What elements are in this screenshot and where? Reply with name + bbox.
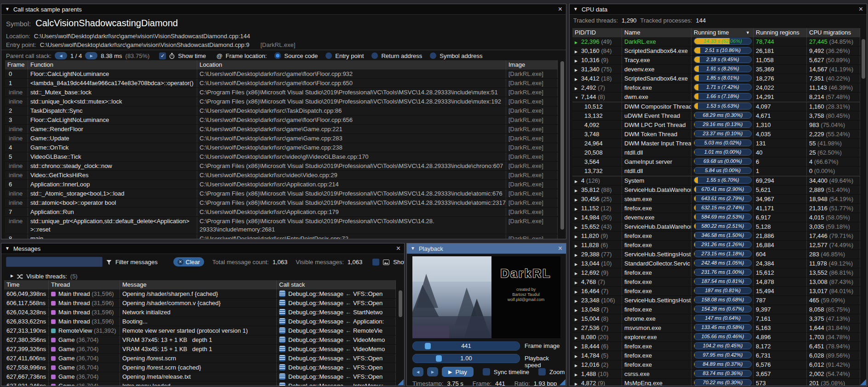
close-icon[interactable]: × (558, 5, 562, 14)
cpu-process-row[interactable]: ▶35,812 (88)ServiceHub.DataWarehou670.41… (572, 185, 860, 195)
cpu-process-row[interactable]: 13,132 uDWM Event Thread68.29 ms (0.30%)… (572, 111, 860, 121)
cpu-process-row[interactable]: ▶10,316 (9)Tracy.exe2.18 s (9.45%)11,058… (572, 56, 860, 65)
expand-icon[interactable]: ▶ (575, 84, 581, 92)
expand-icon[interactable]: ▶ (575, 232, 581, 240)
callstack-list-icon[interactable] (279, 309, 286, 315)
cpu-process-row[interactable]: ▶4 (126)System1.55 s (6.70%)69,29434,400… (572, 176, 860, 185)
callstack-list-icon[interactable] (279, 318, 286, 324)
callstack-row[interactable]: inlinestd::_Mutex_base::lockC:\Program F… (5, 88, 558, 97)
callstack-row[interactable]: 6Application::InnerLoopC:\Users\wolf\Des… (5, 180, 558, 189)
col-thread[interactable]: Thread (49, 280, 120, 289)
callstack-scrollbar[interactable] (560, 61, 564, 230)
collapse-icon[interactable]: ▼ (573, 4, 578, 14)
cpu-process-row[interactable]: ▶30,456 (25)steam.exe643.61 ms (2.79%)34… (572, 195, 860, 204)
cpu-process-row[interactable]: ▶14,984 (50)devenv.exe584.69 ms (2.53%)6… (572, 213, 860, 222)
message-row[interactable]: 627,831,246nsGame (36,704)Intro menu loa… (4, 381, 396, 386)
message-row[interactable]: 606,117,568nsMain thread (31,596)Opening… (4, 299, 396, 308)
cpu-process-row[interactable]: 20,508 ntdll.dll1.01 ms (0.00%)4025 (62.… (572, 148, 860, 157)
callstack-row[interactable]: 8mainC:\Users\wolf\Desktop\darkrl\src\En… (5, 234, 558, 239)
callstack-list-icon[interactable] (279, 346, 286, 352)
col-time[interactable]: Time (4, 280, 49, 289)
callstack-row[interactable]: inlinestd::_Atomic_storage<bool,1>::load… (5, 189, 558, 198)
cpu-process-row[interactable]: 24,964 DWM Master Input Threa5.03 ms (0.… (572, 139, 860, 148)
expand-icon[interactable]: ▶ (575, 205, 581, 213)
callstack-list-icon[interactable] (279, 327, 286, 334)
expand-icon[interactable]: ▶ (575, 177, 581, 185)
expand-icon[interactable]: ▶ (575, 343, 581, 351)
cpu-process-row[interactable]: 4,092 DWM LPC Port Thread29.16 ms (0.13%… (572, 121, 860, 130)
callstack-titlebar[interactable]: ▼ Call stack sample parents × (1, 4, 566, 15)
filter-input[interactable] (6, 257, 103, 267)
expand-icon[interactable]: ▶ (575, 269, 581, 277)
expand-icon[interactable]: ▶ (575, 380, 581, 386)
messages-titlebar[interactable]: ▼ Messages × (1, 243, 404, 254)
col-message[interactable]: Message (120, 280, 277, 289)
prev-callstack-button[interactable]: ◀ (55, 52, 67, 59)
expand-icon[interactable]: ▶ (575, 288, 581, 295)
message-row[interactable]: 626,833,622nsMain thread (31,596)Booting… (4, 317, 396, 326)
expand-icon[interactable]: ▶ (575, 38, 581, 46)
play-button[interactable]: ▶ Play (442, 367, 474, 377)
cpu-process-row[interactable]: ▶4,872 (9)MsMpEng.exe70.22 ms (0.30%)573… (572, 379, 860, 386)
playback-titlebar[interactable]: ▼ Playback × (407, 243, 566, 254)
expand-icon[interactable]: ▶ (575, 352, 581, 360)
callstack-row[interactable]: inlinestd::atomic<bool>::operator boolC:… (5, 198, 558, 208)
cpu-process-row[interactable]: ▶12,016 (2)firefox.exe84.89 ms (0.37%)6,… (572, 360, 860, 370)
playback-speed-slider[interactable]: 1.00 (412, 354, 520, 363)
cpu-process-row[interactable]: 3,564 GameInput server69.68 us (0.00%)64… (572, 157, 860, 167)
resize-grip[interactable] (560, 379, 565, 385)
callstack-row[interactable]: 1<lambda_84a19dc444fae966ca174e83e708bdc… (5, 79, 558, 88)
expand-icon[interactable]: ▶ (575, 186, 581, 194)
message-row[interactable]: 627,313,190nsRemoteView (31,392)Remote v… (4, 326, 396, 335)
show-time-checkbox[interactable] (159, 52, 166, 59)
expand-icon[interactable]: ▶ (575, 260, 581, 268)
expand-icon[interactable]: ▶ (575, 315, 581, 323)
cpu-scrollbar[interactable] (862, 39, 865, 79)
callstack-row[interactable]: inlineVideo::GetTicksHiResC:\Users\wolf\… (5, 171, 558, 180)
cpu-process-row[interactable]: ▶23,348 (106)ServiceHub.SettingsHost158.… (572, 296, 860, 305)
cpu-process-row[interactable]: ▶22,396 (49)DarkRL.exe14.33 s (62.06%)78… (572, 37, 860, 46)
zoom-2x-checkbox[interactable] (538, 368, 546, 375)
expand-icon[interactable]: ▶ (575, 251, 581, 259)
expand-icon[interactable]: ▶ (575, 361, 581, 369)
prev-frame-button[interactable]: ◀ (412, 367, 423, 376)
col-frame[interactable]: Frame (5, 60, 28, 69)
cpu-process-row[interactable]: ▶15,004 (8)chrome.exe147 ms (0.64%)7,161… (572, 314, 860, 323)
resize-grip[interactable] (398, 379, 404, 385)
collapse-icon[interactable]: ▼ (5, 4, 10, 14)
callstack-row[interactable]: inlinestd::chrono::steady_clock::nowC:\P… (5, 162, 558, 171)
callstack-row[interactable]: inlineGame::UpdateC:\Users\wolf\Desktop\… (5, 134, 558, 143)
callstack-row[interactable]: inlineGame::RenderFloorC:\Users\wolf\Des… (5, 125, 558, 134)
expand-icon[interactable]: ▶ (575, 223, 581, 231)
callstack-list-icon[interactable] (279, 364, 286, 370)
next-callstack-button[interactable]: ▶ (85, 52, 97, 59)
cpu-process-row[interactable]: 3,748 DWM Token Thread23.37 ms (0.10%)4,… (572, 130, 860, 139)
message-row[interactable]: 606,049,398nsMain thread (31,596)Opening… (4, 289, 396, 299)
cpu-process-row[interactable]: ▶31,340 (75)devenv.exe1.91 s (8.26%)35,3… (572, 65, 860, 74)
expand-icon[interactable]: ▶ (575, 75, 581, 83)
next-frame-button[interactable]: ▶ (427, 367, 438, 376)
callstack-row[interactable]: 4Game::OnTickC:\Users\wolf\Desktop\darkr… (5, 143, 558, 152)
callstack-row[interactable]: 3Floor::CalcLightNoLuminanceC:\Users\wol… (5, 116, 558, 125)
resize-grip[interactable] (860, 379, 866, 385)
message-row[interactable]: 627,399,326nsGame (36,704)VRAM 43x45: 15… (4, 345, 396, 354)
expand-icon[interactable]: ▶ (575, 334, 581, 341)
callstack-list-icon[interactable] (279, 300, 286, 306)
callstack-list-icon[interactable] (279, 355, 286, 361)
close-icon[interactable]: × (396, 244, 400, 253)
col-running-time[interactable]: Running time▼ (691, 28, 754, 37)
cpu-process-row[interactable]: ▶11,152 (12)firefox.exe632.15 ms (2.74%)… (572, 204, 860, 213)
expand-icon[interactable]: ▶ (575, 47, 581, 55)
col-callstack[interactable]: Call stack (277, 280, 396, 289)
callstack-row[interactable]: 0Floor::CalcLightNoLuminanceC:\Users\wol… (5, 69, 558, 79)
expand-icon[interactable]: ▶ (575, 66, 581, 74)
callstack-list-icon[interactable] (279, 336, 286, 343)
cpu-process-row[interactable]: ▶15,652 (43)ServiceHub.DataWarehou580.22… (572, 222, 860, 231)
expand-icon[interactable]: ▶ (575, 306, 581, 314)
message-row[interactable]: 627,411,606nsGame (36,704)Opening /fores… (4, 354, 396, 363)
callstack-row[interactable]: inlinestd::unique_lock<std::mutex>::lock… (5, 97, 558, 106)
cpu-process-row[interactable]: ▶16,464 (7)firefox.exe187 ms (0.81%)15,4… (572, 287, 860, 296)
cpu-process-row[interactable]: ▶1,488 (10)csrss.exe83.74 ms (0.36%)3,65… (572, 370, 860, 379)
callstack-list-icon[interactable] (279, 373, 286, 380)
cpu-process-row[interactable]: ▶30,160 (84)ScriptedSandbox64.exe2.51 s … (572, 46, 860, 56)
